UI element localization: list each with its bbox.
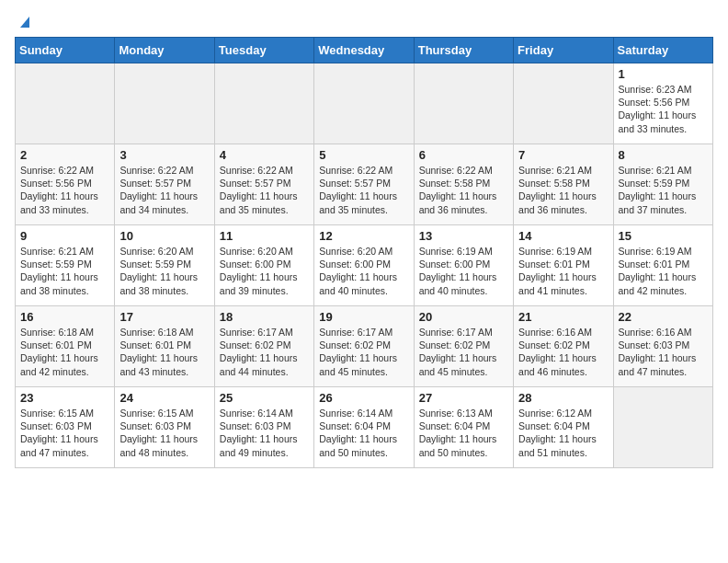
calendar-cell: 14Sunrise: 6:19 AM Sunset: 6:01 PM Dayli… bbox=[514, 225, 613, 306]
calendar-cell: 18Sunrise: 6:17 AM Sunset: 6:02 PM Dayli… bbox=[214, 306, 313, 387]
day-number: 23 bbox=[20, 391, 109, 405]
day-info: Sunrise: 6:18 AM Sunset: 6:01 PM Dayligh… bbox=[20, 326, 109, 378]
calendar-cell: 15Sunrise: 6:19 AM Sunset: 6:01 PM Dayli… bbox=[613, 225, 712, 306]
calendar-cell: 10Sunrise: 6:20 AM Sunset: 5:59 PM Dayli… bbox=[115, 225, 214, 306]
day-number: 2 bbox=[20, 148, 109, 162]
day-info: Sunrise: 6:22 AM Sunset: 5:58 PM Dayligh… bbox=[419, 164, 508, 216]
day-number: 20 bbox=[419, 310, 508, 324]
day-info: Sunrise: 6:19 AM Sunset: 6:01 PM Dayligh… bbox=[518, 245, 608, 297]
calendar-cell: 8Sunrise: 6:21 AM Sunset: 5:59 PM Daylig… bbox=[613, 144, 712, 225]
day-info: Sunrise: 6:20 AM Sunset: 6:00 PM Dayligh… bbox=[220, 245, 309, 297]
calendar-cell: 13Sunrise: 6:19 AM Sunset: 6:00 PM Dayli… bbox=[414, 225, 513, 306]
calendar-cell: 2Sunrise: 6:22 AM Sunset: 5:56 PM Daylig… bbox=[16, 144, 115, 225]
day-info: Sunrise: 6:13 AM Sunset: 6:04 PM Dayligh… bbox=[419, 407, 508, 459]
calendar-cell: 12Sunrise: 6:20 AM Sunset: 6:00 PM Dayli… bbox=[314, 225, 414, 306]
day-info: Sunrise: 6:15 AM Sunset: 6:03 PM Dayligh… bbox=[20, 407, 109, 459]
calendar-cell: 23Sunrise: 6:15 AM Sunset: 6:03 PM Dayli… bbox=[16, 387, 115, 468]
logo-triangle-icon bbox=[17, 13, 33, 29]
day-number: 7 bbox=[518, 148, 608, 162]
calendar-day-header: Saturday bbox=[613, 38, 712, 63]
svg-marker-0 bbox=[20, 17, 29, 28]
calendar-cell: 27Sunrise: 6:13 AM Sunset: 6:04 PM Dayli… bbox=[414, 387, 513, 468]
day-number: 18 bbox=[220, 310, 309, 324]
calendar-cell: 20Sunrise: 6:17 AM Sunset: 6:02 PM Dayli… bbox=[414, 306, 513, 387]
day-number: 14 bbox=[518, 229, 608, 243]
day-info: Sunrise: 6:20 AM Sunset: 6:00 PM Dayligh… bbox=[319, 245, 408, 297]
calendar-cell: 22Sunrise: 6:16 AM Sunset: 6:03 PM Dayli… bbox=[613, 306, 712, 387]
calendar-cell: 26Sunrise: 6:14 AM Sunset: 6:04 PM Dayli… bbox=[314, 387, 414, 468]
day-number: 1 bbox=[619, 67, 708, 81]
calendar-cell bbox=[16, 63, 115, 144]
calendar-day-header: Wednesday bbox=[314, 38, 414, 63]
calendar-cell: 3Sunrise: 6:22 AM Sunset: 5:57 PM Daylig… bbox=[115, 144, 214, 225]
calendar-cell: 5Sunrise: 6:22 AM Sunset: 5:57 PM Daylig… bbox=[314, 144, 414, 225]
calendar-cell: 4Sunrise: 6:22 AM Sunset: 5:57 PM Daylig… bbox=[214, 144, 313, 225]
calendar-cell: 24Sunrise: 6:15 AM Sunset: 6:03 PM Dayli… bbox=[115, 387, 214, 468]
day-info: Sunrise: 6:22 AM Sunset: 5:57 PM Dayligh… bbox=[119, 164, 209, 216]
day-info: Sunrise: 6:21 AM Sunset: 5:59 PM Dayligh… bbox=[20, 245, 109, 297]
day-number: 16 bbox=[20, 310, 109, 324]
day-number: 26 bbox=[319, 391, 408, 405]
day-number: 8 bbox=[619, 148, 708, 162]
day-number: 22 bbox=[619, 310, 708, 324]
calendar-week-row: 23Sunrise: 6:15 AM Sunset: 6:03 PM Dayli… bbox=[16, 387, 713, 468]
calendar-cell bbox=[214, 63, 313, 144]
calendar-cell bbox=[115, 63, 214, 144]
day-info: Sunrise: 6:15 AM Sunset: 6:03 PM Dayligh… bbox=[119, 407, 209, 459]
calendar-cell: 9Sunrise: 6:21 AM Sunset: 5:59 PM Daylig… bbox=[16, 225, 115, 306]
calendar-day-header: Monday bbox=[115, 38, 214, 63]
logo bbox=[15, 15, 33, 29]
calendar-week-row: 9Sunrise: 6:21 AM Sunset: 5:59 PM Daylig… bbox=[16, 225, 713, 306]
day-info: Sunrise: 6:21 AM Sunset: 5:58 PM Dayligh… bbox=[518, 164, 608, 216]
calendar-cell bbox=[414, 63, 513, 144]
day-number: 19 bbox=[319, 310, 408, 324]
day-info: Sunrise: 6:14 AM Sunset: 6:04 PM Dayligh… bbox=[319, 407, 408, 459]
day-info: Sunrise: 6:22 AM Sunset: 5:56 PM Dayligh… bbox=[20, 164, 109, 216]
calendar-day-header: Sunday bbox=[16, 38, 115, 63]
calendar-week-row: 1Sunrise: 6:23 AM Sunset: 5:56 PM Daylig… bbox=[16, 63, 713, 144]
day-number: 24 bbox=[119, 391, 209, 405]
calendar-table: SundayMondayTuesdayWednesdayThursdayFrid… bbox=[15, 37, 713, 468]
day-number: 5 bbox=[319, 148, 408, 162]
calendar-day-header: Thursday bbox=[414, 38, 513, 63]
day-number: 21 bbox=[518, 310, 608, 324]
calendar-cell: 1Sunrise: 6:23 AM Sunset: 5:56 PM Daylig… bbox=[613, 63, 712, 144]
day-number: 17 bbox=[119, 310, 209, 324]
day-info: Sunrise: 6:16 AM Sunset: 6:02 PM Dayligh… bbox=[518, 326, 608, 378]
calendar-cell: 25Sunrise: 6:14 AM Sunset: 6:03 PM Dayli… bbox=[214, 387, 313, 468]
calendar-cell: 19Sunrise: 6:17 AM Sunset: 6:02 PM Dayli… bbox=[314, 306, 414, 387]
day-number: 25 bbox=[220, 391, 309, 405]
day-number: 6 bbox=[419, 148, 508, 162]
calendar-cell: 11Sunrise: 6:20 AM Sunset: 6:00 PM Dayli… bbox=[214, 225, 313, 306]
day-info: Sunrise: 6:23 AM Sunset: 5:56 PM Dayligh… bbox=[619, 83, 708, 135]
day-number: 10 bbox=[119, 229, 209, 243]
day-number: 4 bbox=[220, 148, 309, 162]
day-number: 11 bbox=[220, 229, 309, 243]
day-number: 3 bbox=[119, 148, 209, 162]
calendar-week-row: 2Sunrise: 6:22 AM Sunset: 5:56 PM Daylig… bbox=[16, 144, 713, 225]
day-info: Sunrise: 6:19 AM Sunset: 6:00 PM Dayligh… bbox=[419, 245, 508, 297]
day-info: Sunrise: 6:17 AM Sunset: 6:02 PM Dayligh… bbox=[319, 326, 408, 378]
day-info: Sunrise: 6:22 AM Sunset: 5:57 PM Dayligh… bbox=[319, 164, 408, 216]
calendar-cell: 16Sunrise: 6:18 AM Sunset: 6:01 PM Dayli… bbox=[16, 306, 115, 387]
day-info: Sunrise: 6:14 AM Sunset: 6:03 PM Dayligh… bbox=[220, 407, 309, 459]
calendar-header-row: SundayMondayTuesdayWednesdayThursdayFrid… bbox=[16, 38, 713, 63]
calendar-cell: 6Sunrise: 6:22 AM Sunset: 5:58 PM Daylig… bbox=[414, 144, 513, 225]
day-info: Sunrise: 6:22 AM Sunset: 5:57 PM Dayligh… bbox=[220, 164, 309, 216]
day-number: 9 bbox=[20, 229, 109, 243]
page-header bbox=[15, 15, 713, 29]
calendar-cell bbox=[514, 63, 613, 144]
calendar-cell: 7Sunrise: 6:21 AM Sunset: 5:58 PM Daylig… bbox=[514, 144, 613, 225]
day-number: 15 bbox=[619, 229, 708, 243]
calendar-day-header: Tuesday bbox=[214, 38, 313, 63]
calendar-cell: 28Sunrise: 6:12 AM Sunset: 6:04 PM Dayli… bbox=[514, 387, 613, 468]
day-info: Sunrise: 6:16 AM Sunset: 6:03 PM Dayligh… bbox=[619, 326, 708, 378]
day-info: Sunrise: 6:21 AM Sunset: 5:59 PM Dayligh… bbox=[619, 164, 708, 216]
day-number: 28 bbox=[518, 391, 608, 405]
calendar-cell bbox=[613, 387, 712, 468]
day-info: Sunrise: 6:17 AM Sunset: 6:02 PM Dayligh… bbox=[419, 326, 508, 378]
calendar-day-header: Friday bbox=[514, 38, 613, 63]
day-info: Sunrise: 6:19 AM Sunset: 6:01 PM Dayligh… bbox=[619, 245, 708, 297]
calendar-week-row: 16Sunrise: 6:18 AM Sunset: 6:01 PM Dayli… bbox=[16, 306, 713, 387]
calendar-cell: 21Sunrise: 6:16 AM Sunset: 6:02 PM Dayli… bbox=[514, 306, 613, 387]
